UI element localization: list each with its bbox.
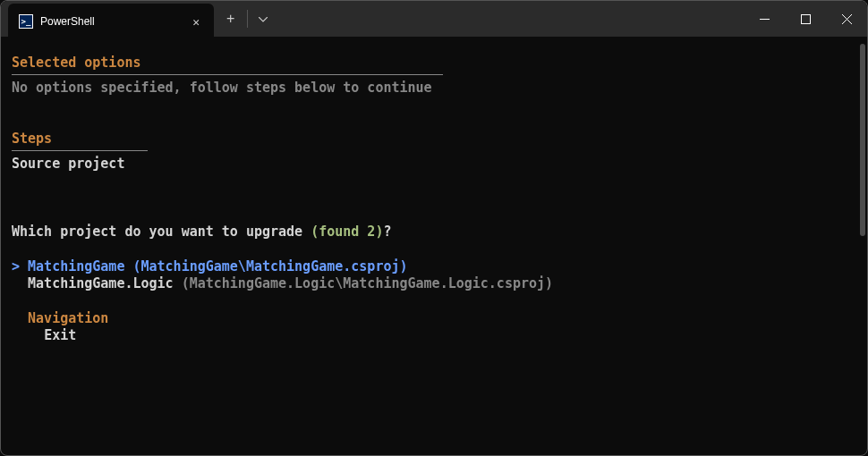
selected-options-body: No options specified, follow steps below…	[12, 80, 856, 97]
close-window-button[interactable]	[826, 1, 867, 37]
section-divider	[12, 74, 443, 75]
svg-rect-1	[801, 14, 810, 23]
option-name: MatchingGame	[28, 258, 132, 274]
new-tab-button[interactable]: +	[214, 11, 247, 27]
powershell-icon: >_	[19, 14, 33, 29]
selected-options-header: Selected options	[12, 55, 856, 74]
titlebar: >_ PowerShell ✕ +	[1, 1, 867, 37]
option-unselected[interactable]: MatchingGame.Logic (MatchingGame.Logic\M…	[12, 275, 856, 293]
window-controls	[744, 1, 867, 37]
navigation-item-label: Exit	[44, 327, 76, 343]
selection-marker-icon: >	[12, 258, 28, 274]
close-tab-icon[interactable]: ✕	[187, 13, 205, 30]
steps-body: Source project	[12, 156, 856, 173]
terminal-content[interactable]: Selected options No options specified, f…	[1, 37, 867, 455]
option-path: (MatchingGame.Logic\MatchingGame.Logic.c…	[182, 275, 553, 291]
prompt-line: Which project do you want to upgrade (fo…	[12, 224, 856, 241]
option-path: (MatchingGame\MatchingGame.csproj)	[132, 258, 407, 274]
section-divider	[12, 150, 148, 151]
minimize-button[interactable]	[744, 1, 785, 37]
steps-header: Steps	[12, 131, 856, 150]
navigation-item-exit[interactable]: Exit	[12, 327, 856, 345]
selection-marker-spacer	[12, 275, 28, 291]
option-selected[interactable]: > MatchingGame (MatchingGame\MatchingGam…	[12, 258, 856, 276]
prompt-question: Which project do you want to upgrade	[12, 224, 311, 240]
maximize-button[interactable]	[785, 1, 826, 37]
tab-powershell[interactable]: >_ PowerShell ✕	[8, 4, 214, 39]
tab-title: PowerShell	[40, 15, 187, 28]
prompt-found-count: (found 2)	[311, 224, 383, 240]
tab-dropdown-icon[interactable]	[248, 14, 278, 24]
prompt-question-suffix: ?	[383, 224, 391, 240]
navigation-header: Navigation	[28, 310, 108, 326]
option-name: MatchingGame.Logic	[28, 275, 182, 291]
scrollbar-thumb[interactable]	[860, 44, 865, 236]
